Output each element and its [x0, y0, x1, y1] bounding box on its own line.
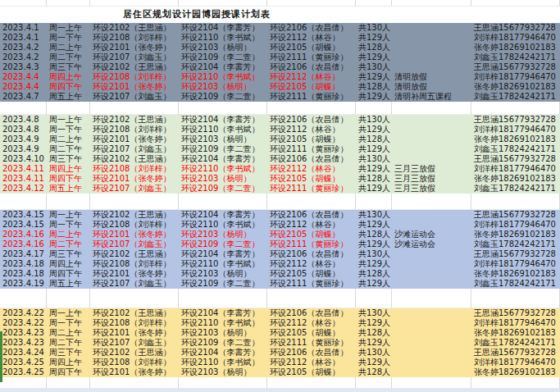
- cell-day[interactable]: 周三下午: [47, 154, 90, 164]
- cell-class3[interactable]: 环设2111（黄丽珍）: [267, 184, 356, 194]
- cell-class3[interactable]: 环设2111（黄丽珍）: [267, 52, 356, 62]
- cell-note[interactable]: [392, 154, 471, 164]
- cell-count[interactable]: 共130人: [356, 249, 392, 259]
- cell-class3[interactable]: 环设2111（黄丽珍）: [267, 338, 356, 348]
- cell-count[interactable]: 共130人: [356, 210, 392, 220]
- cell-count[interactable]: 共128人: [356, 82, 392, 92]
- cell-class3[interactable]: 环设2105（胡蝶）: [267, 367, 356, 377]
- cell-date[interactable]: 2023.4.7: [0, 92, 47, 102]
- cell-class1[interactable]: 环设2102（王思涵）: [90, 210, 179, 220]
- cell-class3[interactable]: 环设2112（林谷）: [267, 125, 356, 134]
- cell-note[interactable]: [392, 220, 471, 230]
- cell-date[interactable]: 2023.4.15: [0, 220, 47, 230]
- cell-contact[interactable]: 刘鑫玉17824242171: [471, 239, 560, 249]
- cell-date[interactable]: 2023.4.25: [0, 367, 47, 377]
- cell-class3[interactable]: 环设2106（农昌倩）: [267, 115, 356, 125]
- cell-note[interactable]: [392, 338, 471, 348]
- cell-contact[interactable]: 张冬婷18269102183: [471, 230, 560, 239]
- cell-class1[interactable]: 环设2107（刘鑫玉）: [90, 338, 179, 348]
- cell-class3[interactable]: 环设2112（林谷）: [267, 259, 356, 269]
- cell-count[interactable]: 共129人: [356, 220, 392, 230]
- cell-contact[interactable]: 刘洋梓18177946470: [471, 72, 560, 82]
- cell-note[interactable]: [392, 144, 471, 154]
- cell-class3[interactable]: 环设2105（胡蝶）: [267, 230, 356, 239]
- cell-note[interactable]: 三月三放假: [392, 174, 471, 184]
- cell-class1[interactable]: 环设2107（刘鑫玉）: [90, 144, 179, 154]
- cell-count[interactable]: 共128人: [356, 328, 392, 338]
- cell-class2[interactable]: 环设2110（李书斌）: [179, 72, 267, 82]
- cell-day[interactable]: 周一上午: [47, 23, 90, 33]
- cell-class2[interactable]: 环设2103（杨明）: [179, 367, 267, 377]
- cell-class2[interactable]: 环设2103（杨明）: [179, 269, 267, 279]
- cell-note[interactable]: [392, 249, 471, 259]
- cell-note[interactable]: 三月三放假: [392, 164, 471, 174]
- cell-note[interactable]: [392, 269, 471, 279]
- cell-count[interactable]: 共130人: [356, 154, 392, 164]
- cell-note[interactable]: [392, 358, 471, 367]
- cell-day[interactable]: 周三下午: [47, 249, 90, 259]
- cell-class1[interactable]: 环设2101（张冬婷）: [90, 230, 179, 239]
- cell-date[interactable]: 2023.4.8: [0, 125, 47, 134]
- cell-day[interactable]: 周一上午: [47, 210, 90, 220]
- cell-contact[interactable]: 张冬婷18269102183: [471, 43, 560, 52]
- cell-day[interactable]: 周五上午: [47, 279, 90, 289]
- cell-date[interactable]: 2023.4.4: [0, 82, 47, 92]
- cell-class2[interactable]: 环设2104（李書芳）: [179, 62, 267, 72]
- cell-date[interactable]: 2023.4.16: [0, 239, 47, 249]
- cell-count[interactable]: 共129人: [356, 259, 392, 269]
- cell-contact[interactable]: 王思涵15677932728: [471, 348, 560, 358]
- cell-count[interactable]: 共128人: [356, 43, 392, 52]
- cell-class2[interactable]: 环设2109（李二萱）: [179, 279, 267, 289]
- cell-class3[interactable]: 环设2112（林谷）: [267, 220, 356, 230]
- cell-day[interactable]: 周三下午: [47, 348, 90, 358]
- cell-contact[interactable]: 刘洋梓18177946470: [471, 358, 560, 367]
- cell-date[interactable]: 2023.4.11: [0, 164, 47, 174]
- cell-contact[interactable]: 王思涵15677932728: [471, 249, 560, 259]
- cell-contact[interactable]: 刘鑫玉17824242171: [471, 92, 560, 102]
- cell-class2[interactable]: 环设2103（杨明）: [179, 134, 267, 144]
- cell-date[interactable]: 2023.4.2: [0, 43, 47, 52]
- cell-class2[interactable]: 环设2109（李二萱）: [179, 52, 267, 62]
- cell-day[interactable]: 周二下午: [47, 52, 90, 62]
- cell-count[interactable]: 共129人: [356, 52, 392, 62]
- cell-day[interactable]: 周四下午: [47, 269, 90, 279]
- cell-note[interactable]: 清明放假: [392, 72, 471, 82]
- cell-note[interactable]: [392, 62, 471, 72]
- cell-contact[interactable]: 张冬婷18269102183: [471, 134, 560, 144]
- cell-day[interactable]: 周二下午: [47, 144, 90, 154]
- cell-class3[interactable]: 环设2105（胡蝶）: [267, 43, 356, 52]
- cell-day[interactable]: 周一下午: [47, 33, 90, 43]
- cell-count[interactable]: 共129人: [356, 184, 392, 194]
- cell-class2[interactable]: 环设2104（李書芳）: [179, 308, 267, 318]
- cell-note[interactable]: [392, 52, 471, 62]
- cell-date[interactable]: 2023.4.22: [0, 318, 47, 328]
- cell-day[interactable]: 周一下午: [47, 220, 90, 230]
- cell-day[interactable]: 周一上午: [47, 308, 90, 318]
- cell-contact[interactable]: 张冬婷18269102183: [471, 269, 560, 279]
- cell-class1[interactable]: 环设2102（王思涵）: [90, 308, 179, 318]
- cell-class2[interactable]: 环设2110（李书斌）: [179, 33, 267, 43]
- cell-class1[interactable]: 环设2108（刘洋梓）: [90, 125, 179, 134]
- cell-class2[interactable]: 环设2103（杨明）: [179, 43, 267, 52]
- cell-date[interactable]: 2023.4.9: [0, 144, 47, 154]
- cell-contact[interactable]: 张冬婷18269102183: [471, 328, 560, 338]
- cell-class1[interactable]: 环设2108（刘洋梓）: [90, 164, 179, 174]
- cell-contact[interactable]: 刘洋梓18177946470: [471, 164, 560, 174]
- cell-class1[interactable]: 环设2102（王思涵）: [90, 154, 179, 164]
- cell-class2[interactable]: 环设2110（李书斌）: [179, 259, 267, 269]
- cell-contact[interactable]: 刘洋梓18177946470: [471, 259, 560, 269]
- cell-date[interactable]: 2023.4.23: [0, 338, 47, 348]
- cell-date[interactable]: 2023.4.3: [0, 62, 47, 72]
- cell-date[interactable]: 2023.4.2: [0, 52, 47, 62]
- cell-class1[interactable]: 环设2102（王思涵）: [90, 348, 179, 358]
- cell-note[interactable]: [392, 43, 471, 52]
- cell-class2[interactable]: 环设2104（李書芳）: [179, 348, 267, 358]
- cell-class3[interactable]: 环设2106（农昌倩）: [267, 210, 356, 220]
- cell-date[interactable]: 2023.4.22: [0, 308, 47, 318]
- cell-contact[interactable]: 刘洋梓18177946470: [471, 220, 560, 230]
- cell-class3[interactable]: 环设2105（胡蝶）: [267, 174, 356, 184]
- cell-note[interactable]: [392, 134, 471, 144]
- cell-class1[interactable]: 环设2101（张冬婷）: [90, 43, 179, 52]
- cell-date[interactable]: 2023.4.10: [0, 154, 47, 164]
- cell-class2[interactable]: 环设2104（李書芳）: [179, 115, 267, 125]
